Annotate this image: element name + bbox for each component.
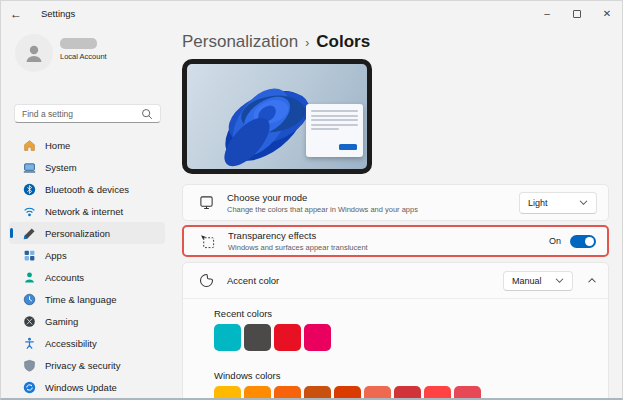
theme-preview	[182, 59, 372, 174]
sidebar: Local Account Home System	[1, 26, 173, 398]
color-swatch[interactable]	[304, 324, 331, 351]
color-swatch[interactable]	[274, 324, 301, 351]
avatar	[15, 34, 53, 72]
maximize-icon	[573, 10, 581, 18]
windows-colors-row	[214, 386, 608, 400]
mode-title: Choose your mode	[227, 192, 418, 203]
color-swatch[interactable]	[214, 324, 241, 351]
palette-icon	[198, 273, 214, 289]
sidebar-item-network-internet[interactable]: Network & internet	[9, 200, 165, 222]
account-type-label: Local Account	[60, 52, 107, 61]
choose-mode-card: Choose your mode Change the colors that …	[182, 184, 609, 221]
color-swatch[interactable]	[394, 386, 421, 400]
wifi-icon	[23, 205, 36, 218]
minimize-button[interactable]: –	[532, 1, 562, 26]
window-controls: – ✕	[532, 1, 622, 26]
sample-text-line	[311, 128, 339, 130]
transparency-card: Transparency effects Windows and surface…	[182, 225, 609, 257]
mode-icon	[198, 195, 214, 211]
titlebar: ← Settings – ✕	[1, 1, 622, 26]
chevron-down-icon	[579, 199, 588, 206]
home-icon	[23, 139, 36, 152]
settings-window: ← Settings – ✕ Local Account	[0, 0, 623, 400]
sidebar-item-apps[interactable]: Apps	[9, 244, 165, 266]
transparency-toggle[interactable]	[570, 235, 596, 248]
search-icon	[141, 108, 153, 120]
preview-screen	[187, 64, 367, 169]
person-icon	[22, 41, 46, 65]
back-button[interactable]: ←	[1, 1, 31, 26]
close-button[interactable]: ✕	[592, 1, 622, 26]
color-swatch[interactable]	[274, 386, 301, 400]
chevron-up-icon	[587, 277, 597, 284]
sample-text-line	[311, 115, 358, 117]
update-icon	[23, 381, 36, 394]
transparency-subtitle: Windows and surfaces appear translucent	[228, 243, 368, 252]
accent-title: Accent color	[227, 275, 279, 286]
color-swatch[interactable]	[454, 386, 481, 400]
sidebar-item-time-language[interactable]: Time & language	[9, 288, 165, 310]
sidebar-item-home[interactable]: Home	[9, 134, 165, 156]
sidebar-item-privacy-security[interactable]: Privacy & security	[9, 354, 165, 376]
color-swatch[interactable]	[424, 386, 451, 400]
sidebar-nav: Home System Bluetooth & devices Network …	[5, 134, 169, 398]
search-input[interactable]	[22, 109, 141, 119]
window-title: Settings	[41, 8, 75, 19]
system-icon	[23, 161, 36, 174]
apps-icon	[23, 249, 36, 262]
accessibility-icon	[23, 337, 36, 350]
mode-dropdown[interactable]: Light	[519, 192, 597, 214]
sidebar-item-bluetooth-devices[interactable]: Bluetooth & devices	[9, 178, 165, 200]
sample-text-line	[311, 110, 358, 112]
accent-header[interactable]: Accent color Manual	[183, 263, 608, 299]
sample-text-line	[311, 124, 358, 126]
sidebar-item-personalization[interactable]: Personalization	[9, 222, 165, 244]
mode-subtitle: Change the colors that appear in Windows…	[227, 205, 418, 214]
maximize-button[interactable]	[562, 1, 592, 26]
bluetooth-icon	[23, 183, 36, 196]
preview-sample-window	[306, 104, 363, 157]
accounts-icon	[23, 271, 36, 284]
windows-colors-label: Windows colors	[214, 370, 608, 381]
accent-dropdown[interactable]: Manual	[503, 271, 573, 291]
sample-text-line	[311, 119, 358, 121]
account-text: Local Account	[60, 34, 107, 72]
color-swatch[interactable]	[334, 386, 361, 400]
sidebar-item-system[interactable]: System	[9, 156, 165, 178]
transparency-title: Transparency effects	[228, 230, 368, 241]
breadcrumb-separator: ›	[305, 34, 309, 50]
xbox-icon	[23, 315, 36, 328]
accent-body: Recent colors Windows colors	[183, 299, 608, 400]
sample-accent-button	[339, 144, 357, 151]
accent-color-card: Accent color Manual Recent colors Window…	[182, 262, 609, 400]
accent-dropdown-value: Manual	[512, 276, 542, 286]
breadcrumb: Personalization › Colors	[182, 32, 370, 52]
mode-dropdown-value: Light	[528, 198, 548, 208]
color-swatch[interactable]	[304, 386, 331, 400]
account-name-redacted	[60, 38, 97, 49]
breadcrumb-parent[interactable]: Personalization	[182, 32, 298, 52]
sidebar-item-windows-update[interactable]: Windows Update	[9, 376, 165, 398]
sidebar-item-accounts[interactable]: Accounts	[9, 266, 165, 288]
color-swatch[interactable]	[244, 386, 271, 400]
toggle-knob	[585, 237, 594, 246]
shield-icon	[23, 359, 36, 372]
collapse-button[interactable]	[587, 277, 597, 284]
color-swatch[interactable]	[364, 386, 391, 400]
account-section[interactable]: Local Account	[15, 34, 107, 72]
transparency-icon	[199, 233, 215, 249]
chevron-down-icon	[555, 277, 564, 284]
sidebar-item-accessibility[interactable]: Accessibility	[9, 332, 165, 354]
color-swatch[interactable]	[214, 386, 241, 400]
toggle-state-label: On	[549, 236, 561, 246]
page-title: Colors	[316, 32, 370, 52]
search-box[interactable]	[14, 104, 161, 123]
clock-icon	[23, 293, 36, 306]
recent-colors-label: Recent colors	[214, 308, 608, 319]
personalization-icon	[23, 227, 36, 240]
sidebar-item-gaming[interactable]: Gaming	[9, 310, 165, 332]
color-swatch[interactable]	[244, 324, 271, 351]
recent-colors-row	[214, 324, 608, 351]
